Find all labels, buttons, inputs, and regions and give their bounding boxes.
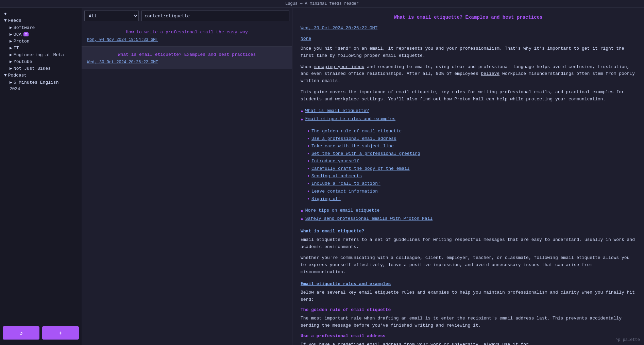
youtube-arrow-icon: ▶	[10, 59, 12, 64]
sub-bullet-5: ●	[307, 158, 309, 164]
sub-bullet-10: ●	[307, 196, 309, 202]
toc-sub-link-2[interactable]: Use a professional email address	[311, 135, 396, 143]
section-heading-what-is[interactable]: What is email etiquette?	[301, 229, 636, 234]
sidebar-content: ● ▼ Feeds ▶ Software ▶ OCA 2 ▶ Proton	[0, 11, 82, 324]
feed-item-date-2: Wed, 30 Oct 2024 20:26:22 GMT	[87, 60, 287, 65]
bullet-4: ●	[301, 216, 303, 223]
sidebar-item-proton[interactable]: ▶ Proton	[0, 38, 82, 45]
sidebar-item-2024[interactable]: 2024	[0, 86, 82, 92]
sidebar-item-label-6me: 6 Minutes English	[14, 80, 59, 85]
feed-item-title-2: What is email etiquette? Examples and be…	[87, 52, 287, 57]
sidebar-item-label-it: IT	[14, 46, 19, 51]
sidebar-feeds-header[interactable]: ▼ Feeds	[0, 17, 82, 24]
titlebar: Lugus — A minimal feeds reader	[0, 0, 644, 8]
sidebar-item-label-proton: Proton	[14, 39, 30, 44]
toc-link-2[interactable]: Email etiquette rules and examples	[305, 115, 395, 123]
toc-list-2: ● More tips on email etiquette ● Safely …	[301, 207, 636, 223]
search-input[interactable]	[141, 11, 289, 21]
feed-list: All Unread Read Starred How to write a p…	[82, 8, 292, 345]
believe-link[interactable]: believe	[481, 71, 500, 76]
article-intro-1: Once you hit "send" on an email, it repr…	[301, 45, 636, 60]
toc-sub-item-7: ●Sending attachments	[307, 172, 636, 180]
toc-sub-link-1[interactable]: The golden rule of email etiquette	[311, 128, 402, 135]
source-link[interactable]: None	[301, 36, 311, 41]
rules-p1: Below are several key email etiquette ru…	[301, 289, 636, 303]
toc-sub-list: ●The golden rule of email etiquette ●Use…	[307, 128, 636, 203]
toc-sub-item-6: ●Carefully craft the body of the email	[307, 165, 636, 172]
toc-link-1[interactable]: What is email etiquette?	[305, 107, 369, 115]
sub-bullet-3: ●	[307, 143, 309, 149]
article-title: What is email etiquette? Examples and be…	[301, 15, 636, 20]
sidebar-item-6-minutes-english[interactable]: ▶ 6 Minutes English	[0, 79, 82, 86]
toc-sub-item-4: ●Set the tone with a professional greeti…	[307, 150, 636, 158]
toc-item-1: ● What is email etiquette?	[301, 107, 636, 115]
sidebar-item-label-oca: OCA	[14, 32, 21, 37]
toc-list: ● What is email etiquette? ● Email etiqu…	[301, 107, 636, 124]
sidebar-item-label-software: Software	[14, 25, 35, 30]
toc-link-3[interactable]: More tips on email etiquette	[305, 207, 379, 214]
oca-arrow-icon: ▶	[10, 32, 12, 37]
feeds-arrow-icon: ▼	[4, 18, 7, 23]
feed-item-title-1: How to write a professional email the ea…	[87, 30, 287, 35]
feed-item-1[interactable]: How to write a professional email the ea…	[82, 24, 292, 47]
article-view: What is email etiquette? Examples and be…	[292, 8, 644, 345]
sidebar-podcast-header[interactable]: ▼ Podcast	[0, 72, 82, 79]
it-arrow-icon: ▶	[10, 45, 12, 51]
sub-bullet-7: ●	[307, 173, 309, 179]
toc-sub-link-7[interactable]: Sending attachments	[311, 172, 362, 180]
toc-item-2: ● Email etiquette rules and examples	[301, 115, 636, 124]
toc-sub-item-2: ●Use a professional email address	[307, 135, 636, 143]
engineering-arrow-icon: ▶	[10, 52, 12, 58]
toc-sub-link-5[interactable]: Introduce yourself	[311, 158, 359, 165]
toc-sub-item-1: ●The golden rule of email etiquette	[307, 128, 636, 135]
sidebar-item-engineering-meta[interactable]: ▶ Engineering at Meta	[0, 51, 82, 58]
toc-link-4[interactable]: Safely send professional emails with Pro…	[305, 215, 433, 223]
podcast-arrow-icon: ▼	[4, 73, 7, 78]
sub-bullet-9: ●	[307, 188, 309, 194]
sidebar-item-not-just-bikes[interactable]: ▶ Not Just Bikes	[0, 65, 82, 72]
sidebar-item-youtube[interactable]: ▶ Youtube	[0, 58, 82, 65]
what-is-p1: Email etiquette refers to a set of guide…	[301, 236, 636, 251]
sub-bullet-4: ●	[307, 151, 309, 157]
add-button[interactable]: +	[42, 326, 79, 340]
bullet-2: ●	[301, 116, 303, 124]
bullet-1: ●	[301, 108, 303, 115]
proton-arrow-icon: ▶	[10, 38, 12, 44]
managing-inbox-link[interactable]: managing your inbox	[314, 64, 364, 69]
sidebar: ● ▼ Feeds ▶ Software ▶ OCA 2 ▶ Proton	[0, 8, 82, 345]
sidebar-item-oca[interactable]: ▶ OCA 2	[0, 31, 82, 38]
toc-sub-link-10[interactable]: Signing off	[311, 195, 341, 203]
toc-sub-link-4[interactable]: Set the tone with a professional greetin…	[311, 150, 420, 158]
subsection-professional-address: Use a professional email address	[301, 333, 636, 339]
oca-badge: 2	[23, 32, 29, 36]
sidebar-item-software[interactable]: ▶ Software	[0, 24, 82, 31]
feed-item-date-1: Mon, 04 Nov 2024 19:54:33 GMT	[87, 37, 287, 42]
sidebar-circle[interactable]: ●	[0, 11, 82, 17]
2024-label: 2024	[10, 86, 20, 92]
golden-rule-p1: The most important rule when drafting an…	[301, 315, 636, 329]
article-date: Wed, 30 Oct 2024 20:26:22 GMT	[301, 26, 636, 31]
sub-bullet-6: ●	[307, 166, 309, 171]
toc-sub-link-8[interactable]: Include a 'call to action'	[311, 180, 380, 187]
not-just-bikes-arrow-icon: ▶	[10, 66, 12, 71]
section-heading-rules[interactable]: Email etiquette rules and examples	[301, 281, 636, 286]
toc-sub-link-9[interactable]: Leave contact information	[311, 188, 378, 195]
toc-sub-item-8: ●Include a 'call to action'	[307, 180, 636, 187]
palette-label: ^p palette	[615, 338, 640, 342]
refresh-button[interactable]: ↺	[3, 326, 39, 340]
article-intro-3: This guide covers the importance of emai…	[301, 89, 636, 103]
toc-item-3: ● More tips on email etiquette	[301, 207, 636, 215]
6me-arrow-icon: ▶	[10, 80, 12, 85]
toc-item-4: ● Safely send professional emails with P…	[301, 215, 636, 223]
feed-item-2[interactable]: What is email etiquette? Examples and be…	[82, 47, 292, 69]
sidebar-buttons: ↺ +	[0, 324, 82, 342]
filter-select[interactable]: All Unread Read Starred	[84, 11, 139, 21]
sub-bullet-8: ●	[307, 181, 309, 186]
toc-sub-item-3: ●Take care with the subject line	[307, 143, 636, 150]
sidebar-item-it[interactable]: ▶ IT	[0, 45, 82, 51]
toc-sub-item-10: ●Signing off	[307, 195, 636, 203]
sub-bullet-2: ●	[307, 136, 309, 142]
toc-sub-link-3[interactable]: Take care with the subject line	[311, 143, 394, 150]
toc-sub-link-6[interactable]: Carefully craft the body of the email	[311, 165, 410, 172]
proton-mail-link[interactable]: Proton Mail	[454, 97, 484, 102]
